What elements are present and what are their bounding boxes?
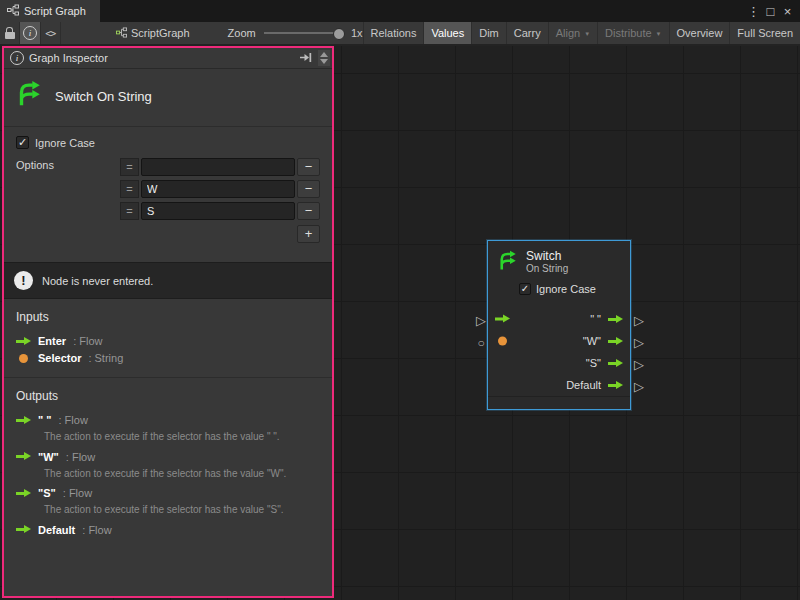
zoom-label: Zoom [228,22,256,44]
graph-inspector-panel: i Graph Inspector Switch On String [2,46,334,598]
zoom-value: 1x [351,22,363,44]
fullscreen-button[interactable]: Full Screen [729,22,800,44]
add-option-button[interactable]: + [297,225,320,243]
graph-icon [7,4,19,18]
port-label: "S" [586,357,601,369]
input-port-enter[interactable]: Enter : Flow [16,335,320,347]
distribute-dropdown[interactable]: Distribute▼ [597,22,668,44]
output-connector[interactable]: ▷ [633,380,645,393]
port-description: The action to execute if the selector ha… [44,468,320,481]
string-port-icon [19,354,28,363]
graph-canvas[interactable]: i Graph Inspector Switch On String [0,46,800,600]
code-icon: <> [45,28,55,39]
inspector-header-title: Graph Inspector [29,52,108,64]
info-icon: i [23,26,37,40]
dock-icon[interactable] [299,52,312,65]
selector-input-connector[interactable]: ○ [475,337,487,350]
warning-icon: ! [14,271,33,290]
inspector-node-title: Switch On String [55,89,152,104]
lock-button[interactable] [0,22,20,44]
input-port-selector[interactable]: Selector : String [16,352,320,364]
inputs-section: Inputs Enter : Flow Selector : String [4,299,332,371]
switch-node-body[interactable]: Switch On String ✓ Ignore Case " " [487,240,631,410]
flow-output-port-icon[interactable] [608,315,623,324]
node-title-block: Switch On String [4,69,332,127]
switch-icon [496,250,519,275]
port-label: " " [590,313,601,325]
flow-port-icon [16,416,31,425]
node-header: Switch On String [488,241,630,277]
output-connector[interactable]: ▷ [633,314,645,327]
flow-input-connector[interactable]: ▷ [475,314,487,327]
carry-button[interactable]: Carry [506,22,548,44]
drag-handle-icon[interactable]: = [120,158,139,176]
close-icon[interactable]: × [779,4,796,19]
output-port[interactable]: "W" : Flow [16,451,320,463]
zoom-slider[interactable] [264,32,341,34]
drag-handle-icon[interactable]: = [120,180,139,198]
zoom-slider-knob[interactable] [333,28,345,40]
scroll-up-icon[interactable] [320,52,328,57]
remove-option-button[interactable]: − [297,158,320,176]
graph-breadcrumb[interactable]: ScriptGraph [116,22,190,44]
window-controls: ⋮ □ × [745,0,800,22]
ignore-case-label: Ignore Case [536,283,596,295]
option-row: = − [120,157,320,177]
code-view-button[interactable]: <> [41,22,61,44]
port-label: Default [566,379,601,391]
output-port[interactable]: " " : Flow [16,414,320,426]
flow-port-icon [16,337,31,346]
titlebar: Script Graph ⋮ □ × [0,0,800,22]
options-label: Options [16,157,120,171]
dim-button[interactable]: Dim [471,22,506,44]
switch-icon [14,80,44,113]
unity-script-graph-window: Script Graph ⋮ □ × i <> ScriptGraph Zoom… [0,0,800,600]
scroll-down-icon[interactable] [320,59,328,64]
output-connector[interactable]: ▷ [633,358,645,371]
string-input-port-icon[interactable] [498,337,507,346]
flow-port-icon [16,525,31,534]
node-ports: " " "W" "S" Default [488,308,630,396]
options-list: = − = − = − [120,157,320,243]
relations-button[interactable]: Relations [363,22,424,44]
output-connector[interactable]: ▷ [633,336,645,349]
inspector-toggle-button[interactable]: i [20,22,40,44]
flow-output-port-icon[interactable] [608,381,623,390]
flow-output-port-icon[interactable] [608,359,623,368]
align-dropdown[interactable]: Align▼ [548,22,597,44]
node-port-row: " " [488,308,630,330]
remove-option-button[interactable]: − [297,202,320,220]
overview-button[interactable]: Overview [669,22,730,44]
option-input[interactable] [141,180,295,198]
flow-output-port-icon[interactable] [608,337,623,346]
tab-script-graph[interactable]: Script Graph [0,0,100,22]
menu-icon[interactable]: ⋮ [745,4,762,19]
port-label: "W" [583,335,601,347]
panel-scroll-arrows[interactable] [318,50,330,66]
drag-handle-icon[interactable]: = [120,202,139,220]
ignore-case-checkbox[interactable]: ✓ [519,283,531,295]
inputs-header: Inputs [16,310,320,324]
ignore-case-checkbox[interactable]: ✓ [16,136,29,149]
script-graph-icon [116,27,127,40]
option-input[interactable] [141,202,295,220]
warning-text: Node is never entered. [42,275,153,287]
flow-input-port-icon[interactable] [495,315,510,324]
node-footer [488,396,630,406]
chevron-down-icon: ▼ [656,31,662,37]
output-port[interactable]: Default : Flow [16,524,320,536]
chevron-down-icon: ▼ [584,31,590,37]
inspector-header: i Graph Inspector [4,48,332,69]
switch-node[interactable]: ▷ ○ ▷ ▷ ▷ ▷ Switch On String ✓ Ign [475,240,645,416]
option-input[interactable] [141,158,295,176]
warning-banner: ! Node is never entered. [4,262,332,299]
output-port[interactable]: "S" : Flow [16,487,320,499]
toolbar: i <> ScriptGraph Zoom 1x Relations Value… [0,22,800,46]
values-button[interactable]: Values [423,22,471,44]
outputs-section: Outputs " " : Flow The action to execute… [4,377,332,543]
remove-option-button[interactable]: − [297,180,320,198]
maximize-icon[interactable]: □ [762,4,779,19]
tab-title: Script Graph [24,5,86,17]
inspector-form: ✓ Ignore Case Options = − = [4,127,332,254]
info-icon: i [10,51,24,65]
